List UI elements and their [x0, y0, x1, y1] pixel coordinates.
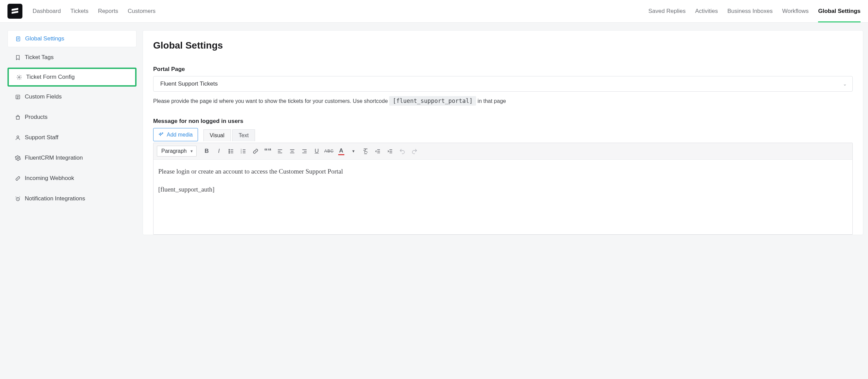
- layout: Global Settings Ticket Tags Ticket Form …: [0, 23, 868, 235]
- cog-icon: [15, 155, 21, 161]
- editor-body[interactable]: Please login or create an account to acc…: [153, 160, 852, 234]
- editor-top-row: Add media Visual Text: [153, 128, 853, 141]
- editor-mode-tabs: Visual Text: [203, 129, 255, 141]
- app-logo[interactable]: [7, 4, 22, 19]
- link-button[interactable]: [250, 146, 261, 156]
- svg-point-17: [229, 152, 230, 153]
- sidebar-item-label: Products: [25, 114, 48, 121]
- sidebar-item-label: Incoming Webhook: [25, 175, 74, 182]
- nav-item-workflows[interactable]: Workflows: [782, 0, 809, 22]
- sidebar-item-custom-fields[interactable]: Custom Fields: [7, 87, 137, 107]
- tab-text[interactable]: Text: [232, 129, 255, 141]
- nav-item-business-inboxes[interactable]: Business Inboxes: [727, 0, 773, 22]
- triangle-down-icon: ▼: [190, 149, 194, 153]
- portal-help-shortcode: [fluent_support_portal]: [389, 96, 476, 106]
- nav-right: Saved Replies Activities Business Inboxe…: [648, 0, 861, 22]
- portal-page-helper: Please provide the page id where you wan…: [153, 96, 853, 106]
- nav-item-dashboard[interactable]: Dashboard: [33, 0, 61, 22]
- sidebar-item-products[interactable]: Products: [7, 107, 137, 127]
- topbar: Dashboard Tickets Reports Customers Save…: [0, 0, 868, 23]
- svg-point-4: [18, 76, 20, 78]
- sidebar-item-fluentcrm-integration[interactable]: FluentCRM Integration: [7, 148, 137, 168]
- rich-text-editor: Paragraph ▼ B I 123 ““: [153, 143, 853, 235]
- clear-format-button[interactable]: [360, 146, 371, 156]
- sidebar-item-label: Ticket Form Config: [26, 74, 75, 80]
- main-panel: Global Settings Portal Page Fluent Suppo…: [143, 30, 863, 235]
- unordered-list-button[interactable]: [226, 146, 237, 156]
- align-left-button[interactable]: [275, 146, 286, 156]
- italic-button[interactable]: I: [214, 146, 224, 156]
- svg-text:3: 3: [241, 152, 242, 154]
- portal-page-label: Portal Page: [153, 66, 853, 73]
- clock-icon: [15, 196, 21, 202]
- chevron-down-icon: ⌄: [843, 81, 847, 87]
- page-title: Global Settings: [153, 40, 853, 51]
- align-right-button[interactable]: [299, 146, 310, 156]
- text-color-dropdown[interactable]: ▼: [348, 146, 359, 156]
- nav-item-activities[interactable]: Activities: [695, 0, 718, 22]
- add-media-button[interactable]: Add media: [153, 128, 198, 141]
- svg-point-13: [229, 149, 230, 150]
- ordered-list-button[interactable]: 123: [238, 146, 249, 156]
- gear-icon: [16, 74, 22, 80]
- sidebar-item-notification-integrations[interactable]: Notification Integrations: [7, 188, 137, 209]
- bookmark-icon: [15, 55, 21, 60]
- media-icon: [158, 131, 164, 138]
- sidebar-item-label: Notification Integrations: [25, 195, 85, 202]
- portal-page-select[interactable]: Fluent Support Tickets ⌄: [153, 76, 853, 92]
- text-color-button[interactable]: A: [336, 146, 347, 156]
- undo-button[interactable]: [397, 146, 408, 156]
- list-icon: [15, 94, 21, 100]
- sidebar-item-label: Ticket Tags: [25, 54, 54, 61]
- sidebar-item-label: Global Settings: [25, 35, 64, 42]
- sidebar-item-support-staff[interactable]: Support Staff: [7, 127, 137, 148]
- add-media-label: Add media: [167, 132, 193, 138]
- sidebar-item-label: Custom Fields: [25, 93, 62, 100]
- editor-line-2: [fluent_support_auth]: [158, 184, 848, 195]
- sidebar-item-ticket-tags[interactable]: Ticket Tags: [7, 47, 137, 68]
- editor-toolbar: Paragraph ▼ B I 123 ““: [153, 143, 852, 160]
- sidebar-item-incoming-webhook[interactable]: Incoming Webhook: [7, 168, 137, 188]
- underline-button[interactable]: U: [311, 146, 322, 156]
- redo-button[interactable]: [409, 146, 420, 156]
- nav-item-global-settings[interactable]: Global Settings: [818, 0, 861, 22]
- sidebar: Global Settings Ticket Tags Ticket Form …: [7, 30, 137, 235]
- format-select-value: Paragraph: [161, 148, 187, 154]
- align-center-button[interactable]: [287, 146, 298, 156]
- tab-visual[interactable]: Visual: [203, 129, 231, 141]
- nav-item-saved-replies[interactable]: Saved Replies: [648, 0, 686, 22]
- svg-point-10: [17, 157, 18, 159]
- sidebar-item-global-settings[interactable]: Global Settings: [7, 30, 137, 47]
- message-label: Message for non logged in users: [153, 118, 853, 125]
- portal-help-pre: Please provide the page id where you wan…: [153, 98, 389, 104]
- nav-item-reports[interactable]: Reports: [98, 0, 118, 22]
- sidebar-item-label: Support Staff: [25, 134, 58, 141]
- bold-button[interactable]: B: [201, 146, 212, 156]
- portal-help-post: in that page: [477, 98, 506, 104]
- quote-button[interactable]: ““: [263, 146, 273, 156]
- nav-item-customers[interactable]: Customers: [128, 0, 156, 22]
- outdent-button[interactable]: [373, 146, 383, 156]
- editor-line-1: Please login or create an account to acc…: [158, 166, 848, 177]
- bag-icon: [15, 114, 21, 120]
- svg-point-12: [160, 133, 161, 135]
- svg-point-15: [229, 151, 230, 151]
- sidebar-item-label: FluentCRM Integration: [25, 155, 83, 161]
- link-icon: [15, 176, 21, 181]
- format-select[interactable]: Paragraph ▼: [157, 146, 197, 157]
- sidebar-item-ticket-form-config[interactable]: Ticket Form Config: [7, 68, 137, 87]
- strikethrough-button[interactable]: ABC: [324, 146, 334, 156]
- nav-left: Dashboard Tickets Reports Customers: [33, 0, 156, 22]
- indent-button[interactable]: [385, 146, 396, 156]
- svg-point-9: [17, 136, 19, 138]
- nav-item-tickets[interactable]: Tickets: [70, 0, 88, 22]
- document-icon: [15, 36, 21, 42]
- portal-page-value: Fluent Support Tickets: [160, 80, 218, 87]
- person-icon: [15, 135, 21, 141]
